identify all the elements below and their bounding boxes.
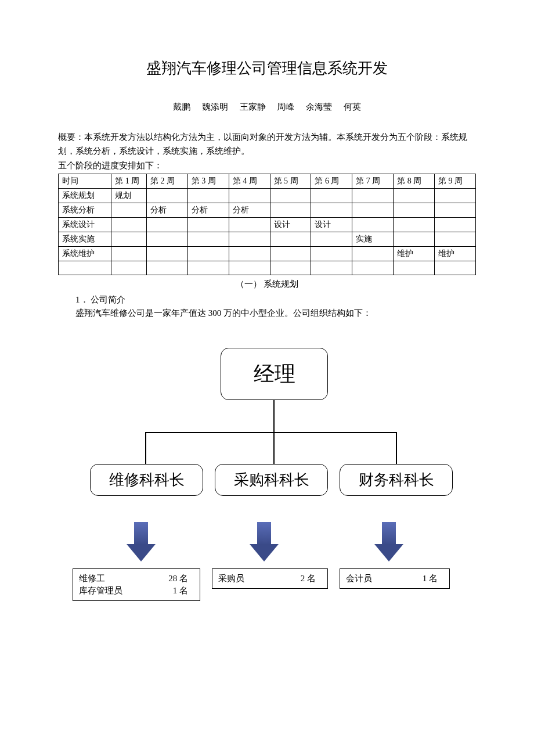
schedule-cell [146,218,187,232]
connector-line [273,400,275,432]
schedule-cell [187,189,229,203]
org-node-procurement: 采购科科长 [215,464,328,496]
time-header: 时间 [59,174,111,189]
connector-line [396,432,397,464]
schedule-cell [394,203,435,218]
arrow-down-icon [127,522,156,563]
schedule-cell [270,232,311,247]
staff-count: 1 名 [173,585,194,597]
arrow-down-icon [250,522,279,563]
schedule-table: 时间 第 1 周 第 2 周 第 3 周 第 4 周 第 5 周 第 6 周 第… [58,174,476,275]
schedule-cell [146,261,187,275]
phase-label: 系统实施 [59,232,111,247]
document-title: 盛翔汽车修理公司管理信息系统开发 [58,58,476,78]
schedule-cell [394,189,435,203]
schedule-cell [352,189,394,203]
schedule-cell [187,232,229,247]
schedule-cell [311,247,352,261]
schedule-cell [435,261,476,275]
schedule-cell [435,189,476,203]
org-chart: 经理 维修科科长 采购科科长 财务科科长 维修工 28 名 库存管理员 1 名 … [58,348,476,638]
staff-row: 会计员 1 名 [346,573,443,585]
schedule-cell: 实施 [352,232,394,247]
author: 周峰 [277,102,294,111]
schedule-intro: 五个阶段的进度安排如下： [58,160,476,171]
schedule-cell: 维护 [435,247,476,261]
staff-row: 采购员 2 名 [218,573,322,585]
week-header: 第 2 周 [146,174,187,189]
staff-role: 库存管理员 [79,585,125,597]
author: 魏添明 [202,102,228,111]
week-header: 第 8 周 [394,174,435,189]
staff-count: 28 名 [168,573,194,585]
staff-count: 1 名 [423,573,443,585]
schedule-cell [435,203,476,218]
phase-label: 系统分析 [59,203,111,218]
schedule-cell [229,261,270,275]
schedule-cell [435,218,476,232]
schedule-cell [229,232,270,247]
phase-label: 系统维护 [59,247,111,261]
staff-row: 库存管理员 1 名 [79,585,194,597]
schedule-cell [270,189,311,203]
schedule-cell [352,247,394,261]
phase-label: 系统设计 [59,218,111,232]
schedule-cell [394,218,435,232]
schedule-cell [187,218,229,232]
schedule-cell: 设计 [311,218,352,232]
schedule-cell [311,203,352,218]
org-node-finance: 财务科科长 [340,464,453,496]
table-header-row: 时间 第 1 周 第 2 周 第 3 周 第 4 周 第 5 周 第 6 周 第… [59,174,476,189]
subsection-header: 1． 公司简介 [58,294,476,305]
schedule-cell [187,247,229,261]
org-node-maintenance: 维修科科长 [90,464,203,496]
week-header: 第 9 周 [435,174,476,189]
schedule-cell [111,218,147,232]
staff-role: 会计员 [346,573,392,585]
table-row: 系统分析分析分析分析 [59,203,476,218]
schedule-cell [352,261,394,275]
author: 王家静 [240,102,266,111]
connector-line [145,432,146,464]
staff-role: 采购员 [218,573,265,585]
schedule-cell: 维护 [394,247,435,261]
staff-box-finance: 会计员 1 名 [340,568,450,589]
author: 何英 [344,102,361,111]
schedule-cell [146,232,187,247]
schedule-cell [146,189,187,203]
schedule-cell [352,218,394,232]
author: 余海莹 [306,102,332,111]
table-row [59,261,476,275]
schedule-cell: 设计 [270,218,311,232]
author: 戴鹏 [173,102,190,111]
schedule-cell [394,232,435,247]
week-header: 第 6 周 [311,174,352,189]
schedule-cell [111,203,147,218]
schedule-cell [229,218,270,232]
phase-label: 系统规划 [59,189,111,203]
week-header: 第 7 周 [352,174,394,189]
schedule-cell: 分析 [187,203,229,218]
schedule-cell [229,247,270,261]
staff-role: 维修工 [79,573,125,585]
schedule-cell [352,203,394,218]
connector-line [273,432,275,464]
schedule-cell [111,232,147,247]
staff-count: 2 名 [301,573,322,585]
schedule-cell [187,261,229,275]
author-list: 戴鹏 魏添明 王家静 周峰 余海莹 何英 [58,102,476,113]
phase-label [59,261,111,275]
schedule-cell [311,261,352,275]
schedule-cell [270,247,311,261]
staff-box-procurement: 采购员 2 名 [212,568,328,589]
staff-row: 维修工 28 名 [79,573,194,585]
table-row: 系统实施实施 [59,232,476,247]
table-row: 系统维护维护维护 [59,247,476,261]
section-header: （一） 系统规划 [58,279,476,290]
schedule-cell [311,189,352,203]
week-header: 第 1 周 [111,174,147,189]
summary-paragraph: 概要：本系统开发方法以结构化方法为主，以面向对象的开发方法为辅。本系统开发分为五… [58,130,476,158]
schedule-cell [270,203,311,218]
connector-line [145,432,397,433]
schedule-cell: 规划 [111,189,147,203]
